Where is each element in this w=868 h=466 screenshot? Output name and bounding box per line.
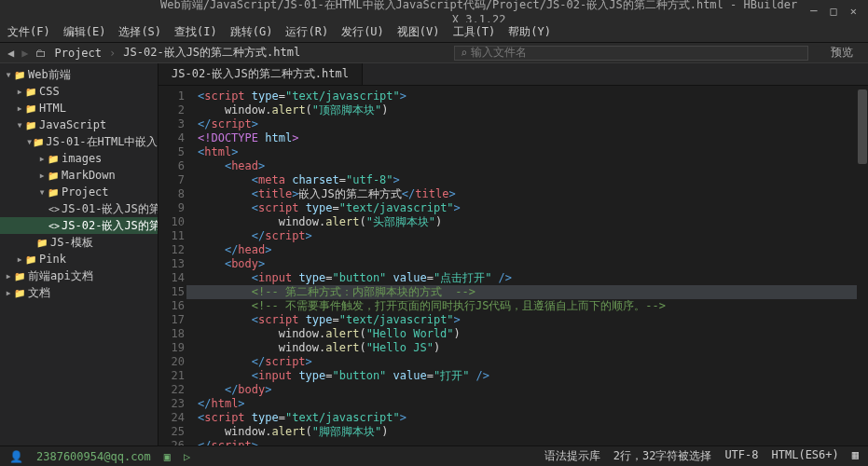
close-icon[interactable]: ✕ [850, 5, 857, 18]
code-area[interactable]: <script type="text/javascript"> window.a… [192, 86, 857, 445]
menu-item[interactable]: 发行(U) [341, 24, 384, 40]
forward-icon[interactable]: ▶ [21, 47, 28, 60]
run-icon[interactable]: ▷ [184, 450, 190, 463]
tree-row[interactable]: ▸📁HTML [0, 100, 158, 116]
editor: JS-02-嵌入JS的第二种方式.html 123456789101112131… [158, 63, 868, 445]
user-icon[interactable]: 👤 [9, 450, 23, 463]
menu-item[interactable]: 文件(F) [7, 24, 50, 40]
tree-row[interactable]: ▸📁CSS [0, 83, 158, 100]
breadcrumb[interactable]: Project [54, 47, 102, 60]
tree-row[interactable]: <>JS-02-嵌入JS的第二种方式... [0, 217, 158, 234]
tree-row[interactable]: ▸📁Pink [0, 251, 158, 267]
menu-item[interactable]: 跳转(G) [230, 24, 273, 40]
toolbar: ◀ ▶ 🗀 Project › JS-02-嵌入JS的第二种方式.html ⌕输… [0, 43, 868, 63]
menu-item[interactable]: 编辑(E) [63, 24, 106, 40]
tree-row[interactable]: ▸📁文档 [0, 284, 158, 301]
sidebar: ▾📁Web前端▸📁CSS▸📁HTML▾📁JavaScript▾📁JS-01-在H… [0, 63, 158, 445]
terminal-icon[interactable]: ▣ [164, 450, 171, 463]
statusbar: 👤 2387600954@qq.com ▣ ▷ 语法提示库 2行，32字符被选择… [0, 445, 868, 466]
tree-row[interactable]: ▸📁MarkDown [0, 167, 158, 184]
status-position: 2行，32字符被选择 [613, 448, 712, 464]
tree-row[interactable]: ▾📁JavaScript [0, 116, 158, 133]
menu-item[interactable]: 查找(I) [174, 24, 217, 40]
tree-row[interactable]: ▸📁images [0, 150, 158, 167]
tree-row[interactable]: ▾📁Web前端 [0, 66, 158, 83]
folder-icon: 🗀 [35, 47, 47, 60]
maximize-icon[interactable]: □ [831, 5, 837, 18]
status-syntax[interactable]: 语法提示库 [544, 448, 600, 464]
tree-row[interactable]: 📁JS-模板 [0, 234, 158, 251]
preview-button[interactable]: 预览 [823, 45, 861, 61]
status-user[interactable]: 2387600954@qq.com [36, 450, 151, 463]
tree-row[interactable]: <>JS-01-嵌入JS的第一种方式... [0, 200, 158, 217]
tree-row[interactable]: ▾📁JS-01-在HTML中嵌入JavaScri... [0, 133, 158, 150]
tree-row[interactable]: ▾📁Project [0, 184, 158, 200]
menu-item[interactable]: 运行(R) [285, 24, 328, 40]
titlebar: Web前端/JavaScript/JS-01-在HTML中嵌入JavaScrip… [0, 0, 868, 22]
minimize-icon[interactable]: ─ [810, 5, 817, 18]
scrollbar[interactable] [857, 86, 868, 445]
line-gutter: 1234567891011121314151617181920212223242… [158, 86, 192, 445]
menu-item[interactable]: 工具(T) [453, 24, 496, 40]
back-icon[interactable]: ◀ [7, 47, 14, 60]
scroll-thumb[interactable] [858, 89, 867, 164]
menubar: 文件(F)编辑(E)选择(S)查找(I)跳转(G)运行(R)发行(U)视图(V)… [0, 22, 868, 43]
grid-icon[interactable]: ▦ [852, 448, 859, 464]
menu-item[interactable]: 选择(S) [118, 24, 161, 40]
search-input[interactable]: ⌕输入文件名 [454, 46, 808, 61]
tabs: JS-02-嵌入JS的第二种方式.html [158, 63, 868, 86]
menu-item[interactable]: 帮助(Y) [508, 24, 551, 40]
status-encoding[interactable]: UTF-8 [724, 448, 758, 464]
breadcrumb[interactable]: JS-02-嵌入JS的第二种方式.html [123, 45, 300, 61]
menu-item[interactable]: 视图(V) [397, 24, 440, 40]
tab-active[interactable]: JS-02-嵌入JS的第二种方式.html [158, 63, 363, 85]
tree-row[interactable]: ▸📁前端api文档 [0, 267, 158, 284]
status-language[interactable]: HTML(ES6+) [772, 448, 839, 464]
